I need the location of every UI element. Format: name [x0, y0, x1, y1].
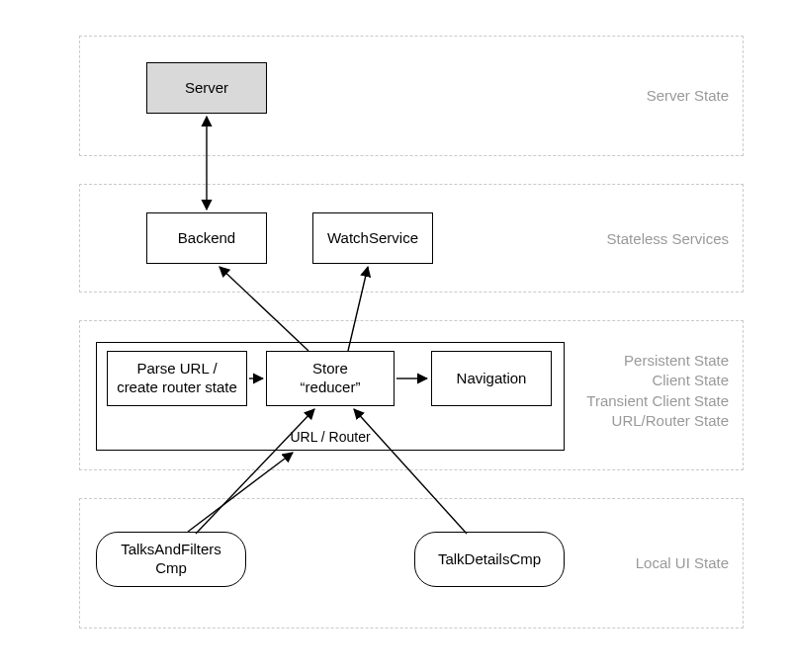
arrow-details-store: [354, 409, 467, 534]
arrow-talks-router: [188, 453, 293, 532]
arrow-talks-store: [196, 409, 314, 534]
arrow-store-watch: [348, 267, 368, 351]
arrow-store-backend: [220, 267, 308, 351]
diagram-canvas: Server State Stateless Services Persiste…: [0, 0, 791, 672]
arrows: [0, 0, 791, 672]
